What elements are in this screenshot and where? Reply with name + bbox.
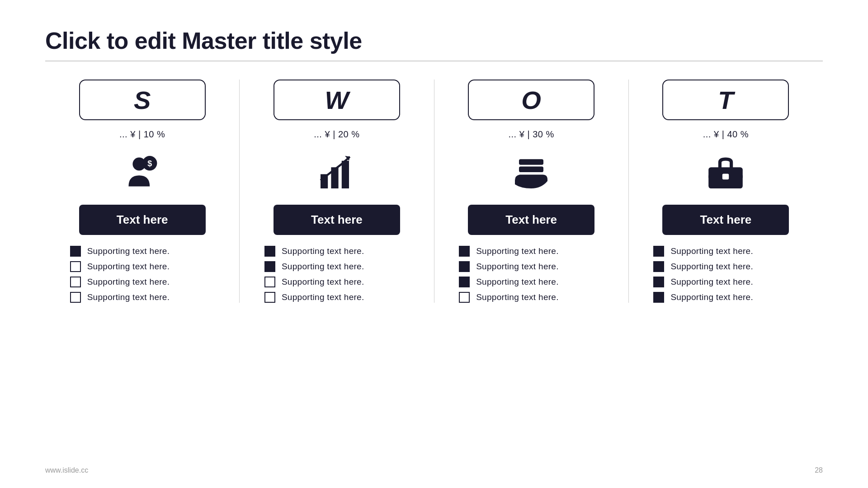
list-item: Supporting text here. [70,246,215,257]
checkbox-checked[interactable] [653,261,664,272]
stats-o: ... ¥ | 30 % [509,129,554,140]
checklist-label: Supporting text here. [87,262,170,272]
stats-w: ... ¥ | 20 % [314,129,359,140]
person-money-icon: $ [120,150,165,195]
letter-box-s: S [79,80,206,120]
letter-box-w: W [274,80,400,120]
list-item: Supporting text here. [264,261,409,272]
checkbox-checked[interactable] [653,292,664,303]
text-here-button-t[interactable]: Text here [662,205,789,235]
checklist-label: Supporting text here. [476,292,559,302]
list-item: Supporting text here. [459,246,604,257]
text-here-button-o[interactable]: Text here [468,205,594,235]
checklist-s: Supporting text here.Supporting text her… [70,246,215,303]
svg-text:$: $ [147,159,152,168]
list-item: Supporting text here. [459,292,604,303]
checkbox-unchecked[interactable] [70,261,81,272]
checklist-label: Supporting text here. [670,277,753,287]
checklist-label: Supporting text here. [670,292,753,302]
footer-url: www.islide.cc [45,466,88,474]
column-t: T... ¥ | 40 % Text hereSupporting text h… [629,80,823,303]
title-divider [45,61,823,61]
checkbox-checked[interactable] [264,261,275,272]
list-item: Supporting text here. [653,292,798,303]
checklist-label: Supporting text here. [282,292,364,302]
page-title[interactable]: Click to edit Master title style [45,27,823,54]
checklist-label: Supporting text here. [476,277,559,287]
list-item: Supporting text here. [459,261,604,272]
checklist-label: Supporting text here. [87,246,170,256]
svg-rect-7 [519,159,543,165]
letter-w: W [325,85,349,115]
list-item: Supporting text here. [70,277,215,287]
text-here-button-w[interactable]: Text here [274,205,400,235]
checklist-t: Supporting text here.Supporting text her… [653,246,798,303]
checklist-label: Supporting text here. [670,262,753,272]
chart-growth-icon [314,150,359,195]
briefcase-icon [703,150,748,195]
checkbox-checked[interactable] [459,261,470,272]
columns-container: S... ¥ | 10 % $ Text hereSupporting text… [45,80,823,470]
checkbox-checked[interactable] [653,246,664,257]
checklist-label: Supporting text here. [476,262,559,272]
checklist-w: Supporting text here.Supporting text her… [264,246,409,303]
checkbox-checked[interactable] [459,277,470,287]
list-item: Supporting text here. [264,292,409,303]
checkbox-checked[interactable] [653,277,664,287]
page-container: Click to edit Master title style S... ¥ … [0,0,868,488]
letter-box-t: T [662,80,789,120]
list-item: Supporting text here. [70,261,215,272]
checklist-label: Supporting text here. [476,246,559,256]
list-item: Supporting text here. [653,246,798,257]
title-section: Click to edit Master title style [45,27,823,75]
checklist-o: Supporting text here.Supporting text her… [459,246,604,303]
text-here-button-s[interactable]: Text here [79,205,206,235]
footer-page: 28 [815,466,823,474]
checkbox-checked[interactable] [70,246,81,257]
stats-t: ... ¥ | 40 % [703,129,749,140]
checkbox-unchecked[interactable] [264,277,275,287]
checklist-label: Supporting text here. [670,246,753,256]
letter-t: T [718,85,733,115]
hand-stack-icon [509,150,554,195]
list-item: Supporting text here. [70,292,215,303]
checklist-label: Supporting text here. [282,262,364,272]
column-s: S... ¥ | 10 % $ Text hereSupporting text… [45,80,240,303]
checklist-label: Supporting text here. [282,277,364,287]
list-item: Supporting text here. [459,277,604,287]
list-item: Supporting text here. [653,277,798,287]
letter-s: S [134,85,151,115]
list-item: Supporting text here. [264,246,409,257]
svg-rect-11 [722,174,729,180]
checklist-label: Supporting text here. [87,292,170,302]
column-o: O... ¥ | 30 % Text hereSupporting text h… [434,80,629,303]
list-item: Supporting text here. [264,277,409,287]
footer: www.islide.cc 28 [45,466,823,474]
checkbox-unchecked[interactable] [70,277,81,287]
svg-rect-5 [342,161,349,188]
column-w: W... ¥ | 20 % Text hereSupporting text h… [240,80,434,303]
checkbox-unchecked[interactable] [459,292,470,303]
checkbox-unchecked[interactable] [264,292,275,303]
stats-s: ... ¥ | 10 % [119,129,165,140]
checkbox-checked[interactable] [264,246,275,257]
svg-rect-8 [519,166,543,172]
checklist-label: Supporting text here. [87,277,170,287]
letter-box-o: O [468,80,594,120]
checkbox-unchecked[interactable] [70,292,81,303]
checklist-label: Supporting text here. [282,246,364,256]
letter-o: O [521,85,541,115]
checkbox-checked[interactable] [459,246,470,257]
list-item: Supporting text here. [653,261,798,272]
